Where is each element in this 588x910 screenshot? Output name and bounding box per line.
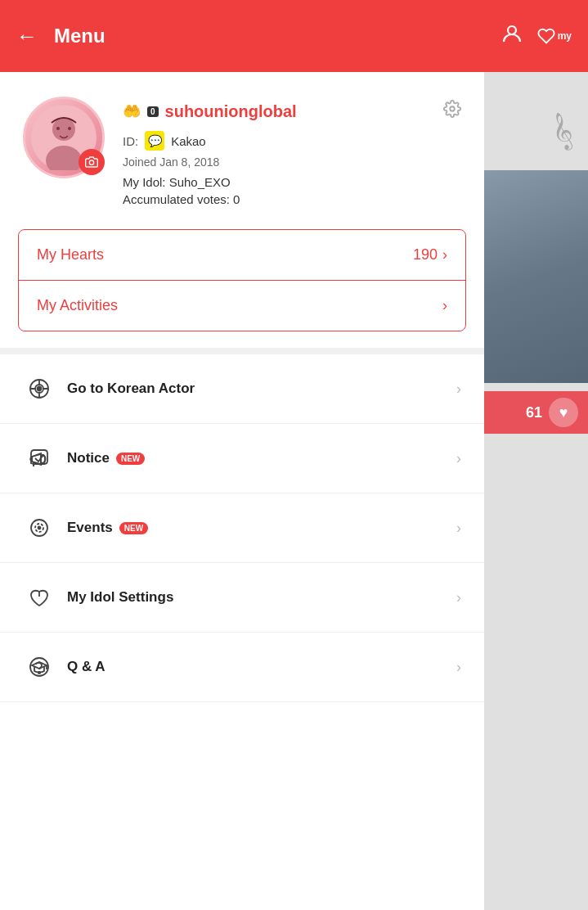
events-chevron: ›: [456, 520, 461, 537]
vote-count: 61: [526, 404, 542, 421]
activities-chevron: ›: [442, 297, 447, 314]
my-activities-card[interactable]: My Activities ›: [19, 281, 465, 331]
my-hearts-label: My Hearts: [37, 246, 104, 264]
profile-joined: Joined Jan 8, 2018: [123, 155, 461, 169]
menu-item-korean-actor[interactable]: Go to Korean Actor ›: [0, 354, 484, 424]
heart-icon[interactable]: my: [537, 27, 572, 45]
settings-icon[interactable]: [443, 100, 461, 123]
profile-info: 🤲 0 suhounionglobal ID: 💬 Kakao Joined J…: [123, 97, 461, 206]
music-icon: 𝄞: [546, 110, 577, 152]
profile-name-row: 🤲 0 suhounionglobal: [123, 100, 461, 123]
svg-point-6: [89, 160, 93, 164]
avatar-wrapper: [23, 97, 105, 178]
svg-point-5: [68, 127, 71, 130]
header-icons: my: [501, 0, 572, 72]
profile-votes: Accumulated votes: 0: [123, 192, 461, 206]
notice-label: Notice NEW: [67, 450, 456, 466]
korean-actor-label: Go to Korean Actor: [67, 381, 456, 397]
korean-actor-icon: [23, 372, 56, 405]
menu-item-notice[interactable]: Notice NEW ›: [0, 424, 484, 493]
id-label: ID:: [123, 134, 138, 148]
qa-icon: [23, 651, 56, 683]
back-button[interactable]: ←: [16, 24, 38, 49]
cards-section: My Hearts 190 › My Activities ›: [18, 229, 466, 331]
menu-item-events[interactable]: Events NEW ›: [0, 493, 484, 563]
hearts-chevron: ›: [442, 246, 447, 264]
kakao-icon: 💬: [145, 131, 164, 151]
korean-actor-chevron: ›: [456, 381, 461, 398]
my-hearts-right: 190 ›: [413, 246, 447, 264]
my-hearts-card[interactable]: My Hearts 190 ›: [19, 230, 465, 281]
vote-bar: 61 ♥: [483, 391, 588, 434]
profile-badge: 0: [147, 106, 159, 117]
notice-icon: [23, 442, 56, 475]
svg-point-7: [450, 106, 455, 111]
menu-item-qa[interactable]: Q & A ›: [0, 633, 484, 702]
profile-emoji: 🤲: [123, 102, 141, 120]
svg-point-19: [38, 527, 41, 529]
svg-point-10: [38, 387, 42, 391]
my-activities-label: My Activities: [37, 297, 118, 314]
user-icon[interactable]: [501, 23, 523, 49]
menu-item-idol-settings[interactable]: My Idol Settings ›: [0, 563, 484, 633]
profile-idol: My Idol: Suho_EXO: [123, 175, 461, 189]
idol-settings-label: My Idol Settings: [67, 589, 456, 606]
kakao-name: Kakao: [171, 134, 206, 148]
qa-label: Q & A: [67, 659, 456, 675]
profile-id-row: ID: 💬 Kakao: [123, 131, 461, 151]
background-photo: [483, 170, 588, 383]
background-panel: 𝄞 61 ♥: [483, 72, 588, 910]
qa-chevron: ›: [456, 659, 461, 676]
notice-new-badge: NEW: [116, 453, 145, 465]
idol-settings-chevron: ›: [456, 589, 461, 606]
hearts-count: 190: [413, 246, 438, 264]
idol-settings-icon: [23, 581, 56, 614]
notice-chevron: ›: [456, 450, 461, 467]
events-icon: [23, 511, 56, 544]
my-activities-right: ›: [442, 297, 447, 314]
camera-badge[interactable]: [79, 149, 105, 175]
profile-username: suhounionglobal: [165, 102, 297, 121]
events-new-badge: NEW: [119, 522, 148, 534]
heart-button[interactable]: ♥: [549, 398, 578, 427]
events-label: Events NEW: [67, 520, 456, 536]
idol-photo: [483, 170, 588, 383]
svg-point-4: [56, 127, 60, 130]
menu-panel: 🤲 0 suhounionglobal ID: 💬 Kakao Joined J…: [0, 72, 484, 910]
header-title: Menu: [54, 25, 105, 47]
heart-label: my: [558, 30, 572, 42]
header: ← Menu my: [0, 0, 588, 72]
profile-section: 🤲 0 suhounionglobal ID: 💬 Kakao Joined J…: [0, 72, 484, 229]
menu-items-list: Go to Korean Actor ›: [0, 348, 484, 702]
svg-point-0: [508, 26, 516, 34]
